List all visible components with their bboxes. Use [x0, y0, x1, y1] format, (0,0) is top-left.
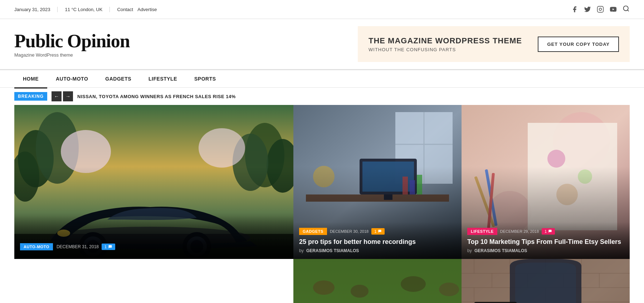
top-bar-left: January 31, 2023 11 °C London, UK Contac… — [14, 7, 157, 12]
breaking-text: NISSAN, TOYOTA AMONG WINNERS AS FRENCH S… — [77, 94, 236, 99]
gadgets-title: 25 pro tips for better home recordings — [299, 238, 456, 246]
main-article-comments: 1 — [102, 244, 115, 250]
svg-point-62 — [313, 280, 335, 295]
main-article-date: DECEMBER 31, 2018 — [57, 244, 99, 249]
svg-point-3 — [624, 6, 628, 10]
sports-image: 8 — [293, 259, 462, 303]
gadgets-meta: GADGETS DECEMBER 30, 2018 1 — [299, 228, 456, 235]
ad-title: THE MAGAZINE WORDPRESS THEME — [369, 36, 522, 45]
date-display: January 31, 2023 — [14, 7, 58, 12]
main-article-image: AUTO-MOTO DECEMBER 31, 2018 1 — [14, 105, 293, 259]
site-subtitle: Magazine WordPress theme — [14, 52, 130, 58]
main-nav: HOME AUTO-MOTO GADGETS LIFESTYLE SPORTS — [0, 69, 644, 88]
svg-point-65 — [439, 283, 459, 296]
youtube-icon[interactable] — [610, 6, 617, 13]
twitter-icon[interactable] — [584, 6, 591, 13]
ad-text: THE MAGAZINE WORDPRESS THEME WITHOUT THE… — [369, 36, 522, 52]
breaking-label: BREAKING — [14, 92, 47, 101]
instagram-icon[interactable] — [597, 6, 604, 13]
gadgets-date: DECEMBER 30, 2018 — [330, 229, 369, 234]
svg-line-4 — [628, 10, 629, 11]
gadgets-author: by GERASIMOS TSIAMALOS — [299, 248, 456, 253]
lifestyle-article-overlay: LIFESTYLE DECEMBER 29, 2018 1 Top 10 Mar… — [462, 222, 630, 259]
lifestyle-author: by GERASIMOS TSIAMALOS — [467, 248, 624, 253]
breaking-nav: ← → — [52, 91, 73, 101]
ad-subtitle: WITHOUT THE CONFUSING PARTS — [369, 47, 522, 52]
nav-lifestyle[interactable]: LIFESTYLE — [140, 70, 186, 88]
advertise-link[interactable]: Advertise — [137, 7, 157, 12]
nav-home[interactable]: HOME — [14, 70, 47, 88]
nature-background — [14, 105, 293, 259]
article-gadgets[interactable]: GADGETS DECEMBER 30, 2018 1 25 pro tips … — [293, 105, 462, 259]
article-lifestyle[interactable]: LIFESTYLE DECEMBER 29, 2018 1 Top 10 Mar… — [462, 105, 630, 259]
top-bar-right — [571, 5, 630, 14]
main-article[interactable]: AUTO-MOTO DECEMBER 31, 2018 1 — [14, 105, 293, 303]
gadgets-article-overlay: GADGETS DECEMBER 30, 2018 1 25 pro tips … — [293, 222, 462, 259]
breaking-news-bar: BREAKING ← → NISSAN, TOYOTA AMONG WINNER… — [0, 88, 644, 105]
svg-point-13 — [199, 128, 245, 168]
nav-gadgets[interactable]: GADGETS — [97, 70, 140, 88]
content-area: AUTO-MOTO DECEMBER 31, 2018 1 — [0, 105, 644, 303]
site-title[interactable]: Public Opinion — [14, 30, 130, 52]
breaking-prev-button[interactable]: ← — [52, 91, 62, 101]
logo-area: Public Opinion Magazine WordPress theme — [14, 30, 130, 58]
ad-banner: THE MAGAZINE WORDPRESS THEME WITHOUT THE… — [358, 26, 630, 62]
lifestyle-tag[interactable]: LIFESTYLE — [467, 228, 497, 235]
header: Public Opinion Magazine WordPress theme … — [0, 19, 644, 69]
right-grid: GADGETS DECEMBER 30, 2018 1 25 pro tips … — [293, 105, 630, 303]
lifestyle-date: DECEMBER 29, 2018 — [500, 229, 539, 234]
contact-link[interactable]: Contact — [117, 7, 133, 12]
main-article-tag[interactable]: AUTO-MOTO — [20, 243, 53, 250]
weather-display: 11 °C London, UK — [58, 7, 110, 12]
breaking-next-button[interactable]: → — [63, 91, 73, 101]
article-sports[interactable]: 8 SPORTS — [293, 259, 462, 303]
top-links: Contact Advertise — [110, 7, 157, 12]
ad-cta-button[interactable]: GET YOUR COPY TODAY — [538, 37, 619, 52]
nav-auto-moto[interactable]: AUTO-MOTO — [47, 70, 97, 88]
svg-point-43 — [547, 150, 565, 168]
gadgets-tag[interactable]: GADGETS — [299, 228, 327, 235]
lifestyle-comments: 1 — [542, 228, 555, 235]
interior-image — [462, 259, 630, 303]
lifestyle-title: Top 10 Marketing Tips From Full-Time Ets… — [467, 238, 624, 246]
facebook-icon[interactable] — [571, 6, 578, 13]
main-article-meta: AUTO-MOTO DECEMBER 31, 2018 1 — [20, 243, 288, 250]
svg-rect-0 — [597, 6, 604, 13]
svg-point-64 — [401, 276, 426, 292]
gadgets-comments: 1 — [371, 228, 385, 235]
nav-sports[interactable]: SPORTS — [186, 70, 225, 88]
search-icon[interactable] — [623, 5, 630, 14]
svg-point-63 — [351, 285, 369, 298]
lifestyle-meta: LIFESTYLE DECEMBER 29, 2018 1 — [467, 228, 624, 235]
article-auto-moto-2[interactable]: AUTO-MOTO DECEMBER 27, 2018 1 Volvo's Oc… — [462, 259, 630, 303]
top-bar: January 31, 2023 11 °C London, UK Contac… — [0, 0, 644, 19]
main-article-info: AUTO-MOTO DECEMBER 31, 2018 1 — [14, 237, 293, 259]
svg-rect-61 — [293, 259, 462, 303]
